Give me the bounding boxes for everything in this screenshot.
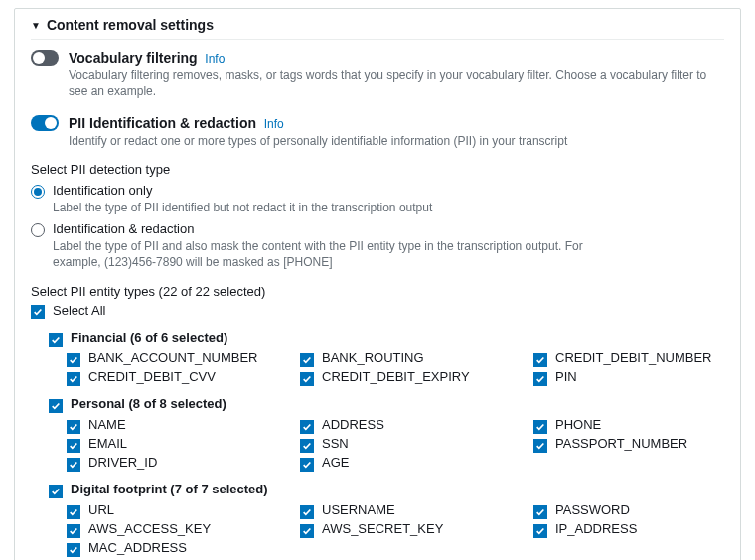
entity-checkbox-address[interactable] bbox=[300, 420, 314, 434]
vocab-info-link[interactable]: Info bbox=[205, 52, 225, 66]
entity-label-credit_debit_expiry: CREDIT_DEBIT_EXPIRY bbox=[322, 369, 470, 384]
entity-label-ssn: SSN bbox=[322, 436, 349, 451]
entity-label-ip_address: IP_ADDRESS bbox=[555, 521, 637, 536]
entity-checkbox-bank_routing[interactable] bbox=[300, 353, 314, 367]
entity-label-aws_access_key: AWS_ACCESS_KEY bbox=[88, 521, 211, 536]
entity-label-aws_secret_key: AWS_SECRET_KEY bbox=[322, 521, 443, 536]
entity-checkbox-aws_secret_key[interactable] bbox=[300, 524, 314, 538]
entity-checkbox-credit_debit_number[interactable] bbox=[533, 353, 547, 367]
entity-label-mac_address: MAC_ADDRESS bbox=[88, 540, 187, 555]
entity-label-bank_routing: BANK_ROUTING bbox=[322, 350, 424, 365]
entity-checkbox-credit_debit_cvv[interactable] bbox=[67, 372, 80, 386]
entity-checkbox-driver_id[interactable] bbox=[67, 458, 80, 472]
entity-checkbox-phone[interactable] bbox=[533, 420, 547, 434]
entity-checkbox-credit_debit_expiry[interactable] bbox=[300, 372, 314, 386]
pii-info-link[interactable]: Info bbox=[264, 117, 284, 131]
detection-radio-label-1: Identification & redaction bbox=[53, 221, 609, 236]
entity-label-credit_debit_number: CREDIT_DEBIT_NUMBER bbox=[555, 350, 711, 365]
detection-radio-0[interactable] bbox=[31, 185, 45, 199]
entity-label-password: PASSWORD bbox=[555, 502, 630, 517]
entity-label-phone: PHONE bbox=[555, 417, 601, 432]
chevron-down-icon: ▼ bbox=[31, 20, 41, 31]
detection-radio-desc-1: Label the type of PII and also mask the … bbox=[53, 238, 609, 270]
group-title-1: Personal (8 of 8 selected) bbox=[71, 396, 226, 411]
group-checkbox-2[interactable] bbox=[49, 485, 63, 498]
entity-checkbox-age[interactable] bbox=[300, 458, 314, 472]
pii-toggle[interactable] bbox=[31, 115, 59, 131]
vocab-filtering-toggle[interactable] bbox=[31, 50, 59, 66]
select-all-label: Select All bbox=[53, 303, 105, 318]
entity-label-name: NAME bbox=[88, 417, 126, 432]
group-title-0: Financial (6 of 6 selected) bbox=[71, 330, 227, 345]
pii-label: PII Identification & redaction bbox=[69, 115, 256, 131]
vocab-filtering-label: Vocabulary filtering bbox=[69, 50, 198, 66]
entity-label-address: ADDRESS bbox=[322, 417, 384, 432]
entity-label-age: AGE bbox=[322, 455, 349, 470]
entity-label-driver_id: DRIVER_ID bbox=[88, 455, 157, 470]
entity-checkbox-name[interactable] bbox=[67, 420, 80, 434]
entity-label-credit_debit_cvv: CREDIT_DEBIT_CVV bbox=[88, 369, 216, 384]
group-title-2: Digital footprint (7 of 7 selected) bbox=[71, 482, 268, 496]
entity-checkbox-password[interactable] bbox=[533, 505, 547, 519]
entity-label-pin: PIN bbox=[555, 369, 577, 384]
section-title: Content removal settings bbox=[47, 17, 214, 33]
detection-radio-desc-0: Label the type of PII identified but not… bbox=[53, 200, 432, 215]
group-checkbox-1[interactable] bbox=[49, 399, 63, 413]
entity-checkbox-username[interactable] bbox=[300, 505, 314, 519]
entity-label-url: URL bbox=[88, 502, 114, 517]
entity-checkbox-ip_address[interactable] bbox=[533, 524, 547, 538]
pii-desc: Identify or redact one or more types of … bbox=[69, 133, 724, 149]
entity-types-heading: Select PII entity types (22 of 22 select… bbox=[31, 284, 724, 299]
entity-checkbox-url[interactable] bbox=[67, 505, 80, 519]
entity-label-email: EMAIL bbox=[88, 436, 127, 451]
entity-checkbox-aws_access_key[interactable] bbox=[67, 524, 80, 538]
entity-checkbox-ssn[interactable] bbox=[300, 439, 314, 453]
group-checkbox-0[interactable] bbox=[49, 333, 63, 347]
detection-type-heading: Select PII detection type bbox=[31, 162, 724, 177]
entity-checkbox-pin[interactable] bbox=[533, 372, 547, 386]
detection-radio-1[interactable] bbox=[31, 223, 45, 237]
entity-label-username: USERNAME bbox=[322, 502, 395, 517]
entity-checkbox-mac_address[interactable] bbox=[67, 543, 80, 557]
entity-checkbox-email[interactable] bbox=[67, 439, 80, 453]
entity-label-bank_account_number: BANK_ACCOUNT_NUMBER bbox=[88, 350, 257, 365]
detection-radio-label-0: Identification only bbox=[53, 183, 432, 198]
content-removal-settings-header[interactable]: ▼ Content removal settings bbox=[31, 9, 724, 40]
vocab-filtering-desc: Vocabulary filtering removes, masks, or … bbox=[69, 68, 724, 99]
select-all-checkbox[interactable] bbox=[31, 305, 45, 319]
entity-checkbox-passport_number[interactable] bbox=[533, 439, 547, 453]
entity-label-passport_number: PASSPORT_NUMBER bbox=[555, 436, 687, 451]
entity-checkbox-bank_account_number[interactable] bbox=[67, 353, 80, 367]
